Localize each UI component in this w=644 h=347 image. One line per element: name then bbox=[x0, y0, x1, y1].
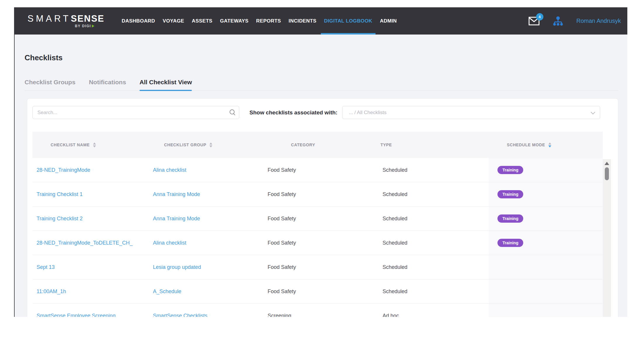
tab-label: Notifications bbox=[89, 79, 126, 85]
category-cell: Food Safety bbox=[261, 191, 362, 197]
checklist-name-link[interactable]: 28-NED_TrainingMode bbox=[37, 167, 90, 173]
logo-byline: BY DIGI bbox=[75, 24, 94, 28]
schedule-mode-cell: Training bbox=[489, 158, 603, 182]
checklist-group-link[interactable]: SmartSense Checklists bbox=[153, 313, 207, 317]
checklist-name-link[interactable]: Training Checklist 1 bbox=[37, 191, 82, 197]
checklist-group-link[interactable]: Lesia group updated bbox=[153, 264, 201, 270]
search-input[interactable] bbox=[32, 106, 239, 119]
associated-with-select[interactable]: ... / All Checklists bbox=[342, 106, 600, 119]
column-header-label: TYPE bbox=[380, 142, 392, 147]
logo-sense-text: SENSE bbox=[71, 13, 104, 24]
type-cell: Scheduled bbox=[362, 191, 489, 197]
nav-item[interactable]: GATEWAYS bbox=[216, 7, 252, 35]
sort-arrows-icon bbox=[209, 142, 212, 147]
nav-item[interactable]: VOYAGE bbox=[159, 7, 188, 35]
sort-arrows-icon bbox=[93, 142, 96, 147]
app-window: SMARTSENSE BY DIGI DASHBOARD VOYAGE bbox=[14, 7, 627, 317]
sort-asc-icon bbox=[93, 142, 96, 145]
smartsense-logo[interactable]: SMARTSENSE BY DIGI bbox=[27, 14, 104, 28]
schedule-mode-cell bbox=[489, 255, 603, 279]
type-cell: Scheduled bbox=[362, 288, 489, 295]
nav-item[interactable]: ASSETS bbox=[188, 7, 216, 35]
table-row: 28-NED_TrainingMode_ToDELETE_CH_ Alina c… bbox=[32, 231, 603, 255]
search-icon[interactable] bbox=[229, 109, 236, 116]
checklist-group-link[interactable]: Alina checklist bbox=[153, 167, 186, 173]
schedule-mode-badge: Training bbox=[497, 214, 523, 223]
user-menu[interactable]: Roman Andrusyk bbox=[576, 18, 621, 24]
checklist-group-link[interactable]: Anna Training Mode bbox=[153, 191, 200, 197]
notification-badge: 4 bbox=[536, 13, 543, 20]
tab[interactable]: All Checklist View bbox=[140, 79, 192, 90]
scroll-up-icon[interactable] bbox=[605, 162, 609, 165]
table-row: Training Checklist 1 Anna Training Mode … bbox=[32, 182, 603, 207]
page-body: Checklists Checklist Groups Notification… bbox=[15, 53, 627, 317]
nav-item-label: ASSETS bbox=[192, 18, 212, 24]
schedule-mode-badge: Training bbox=[497, 190, 523, 198]
column-header[interactable]: SCHEDULE MODE bbox=[489, 132, 603, 158]
nav-item-label: DIGITAL LOGBOOK bbox=[324, 18, 372, 24]
tab-bar: Checklist Groups Notifications All Check… bbox=[25, 79, 618, 91]
filter-row: Show checklists associated with: ... / A… bbox=[32, 106, 600, 119]
schedule-mode-badge: Training bbox=[497, 166, 523, 174]
checklist-name-link[interactable]: 28-NED_TrainingMode_ToDELETE_CH_ bbox=[37, 240, 132, 246]
screenshot-canvas: SMARTSENSE BY DIGI DASHBOARD VOYAGE bbox=[0, 0, 644, 347]
table-row: 28-NED_TrainingMode Alina checklist Food… bbox=[32, 158, 603, 182]
category-cell: Food Safety bbox=[261, 240, 362, 246]
tab-label: All Checklist View bbox=[140, 79, 192, 85]
logo-wordmark: SMARTSENSE bbox=[27, 14, 104, 24]
table-row: SmartSense Employee Screening SmartSense… bbox=[32, 304, 603, 317]
table-row: Training Checklist 2 Anna Training Mode … bbox=[32, 207, 603, 231]
tab[interactable]: Notifications bbox=[89, 79, 126, 90]
schedule-mode-cell bbox=[489, 304, 603, 317]
messages-button[interactable]: 4 bbox=[528, 17, 540, 25]
category-cell: Food Safety bbox=[261, 216, 362, 222]
logo-smart-text: SMART bbox=[27, 13, 71, 24]
sort-arrows-icon bbox=[548, 142, 551, 147]
nav-item[interactable]: REPORTS bbox=[252, 7, 285, 35]
table-header-row: CHECKLIST NAME CHECKLIST GROUP bbox=[32, 132, 603, 158]
nav-item[interactable]: DASHBOARD bbox=[118, 7, 159, 35]
tab[interactable]: Checklist Groups bbox=[25, 79, 75, 90]
column-header[interactable]: CHECKLIST GROUP bbox=[146, 132, 261, 158]
column-header-label: CHECKLIST NAME bbox=[51, 142, 90, 147]
org-structure-icon[interactable] bbox=[552, 16, 564, 26]
checklist-group-link[interactable]: Anna Training Mode bbox=[153, 216, 200, 221]
nav-item[interactable]: INCIDENTS bbox=[285, 7, 320, 35]
category-cell: Food Safety bbox=[261, 167, 362, 173]
schedule-mode-cell: Training bbox=[489, 182, 603, 206]
sort-asc-icon bbox=[209, 142, 212, 145]
nav-item[interactable]: DIGITAL LOGBOOK bbox=[320, 7, 376, 35]
nav-item-label: DASHBOARD bbox=[122, 18, 155, 24]
sort-desc-icon bbox=[209, 145, 212, 147]
main-nav: DASHBOARD VOYAGE ASSETS GATEWAYS bbox=[118, 7, 401, 35]
column-header-label: CATEGORY bbox=[291, 142, 315, 147]
checklist-name-link[interactable]: SmartSense Employee Screening bbox=[37, 313, 116, 317]
nav-item[interactable]: ADMIN bbox=[376, 7, 401, 35]
page-title: Checklists bbox=[25, 53, 627, 62]
column-header-label: SCHEDULE MODE bbox=[507, 142, 545, 147]
logo-byline-text: BY DIGI bbox=[75, 24, 91, 28]
column-header[interactable]: TYPE bbox=[362, 132, 489, 158]
type-cell: Scheduled bbox=[362, 264, 489, 270]
schedule-mode-cell: Training bbox=[489, 231, 603, 255]
sort-asc-icon bbox=[548, 142, 551, 145]
sort-desc-icon bbox=[548, 145, 551, 147]
associated-with-value: ... / All Checklists bbox=[349, 110, 386, 116]
scrollbar-thumb[interactable] bbox=[605, 167, 609, 180]
category-cell: Food Safety bbox=[261, 288, 362, 295]
checklist-name-link[interactable]: Sept 13 bbox=[37, 264, 55, 270]
checklist-name-link[interactable]: Training Checklist 2 bbox=[37, 216, 82, 221]
checklist-name-link[interactable]: 11:00AM_1h bbox=[37, 288, 66, 294]
table-row: Sept 13 Lesia group updated Food Safety … bbox=[32, 255, 603, 279]
column-header[interactable]: CATEGORY bbox=[261, 132, 362, 158]
checklists-table: CHECKLIST NAME CHECKLIST GROUP bbox=[32, 132, 603, 317]
checklist-group-link[interactable]: A_Schedule bbox=[153, 288, 181, 294]
digi-green-mark-icon bbox=[92, 25, 94, 28]
schedule-mode-cell bbox=[489, 279, 603, 303]
checklist-group-link[interactable]: Alina checklist bbox=[153, 240, 186, 246]
column-header-label: CHECKLIST GROUP bbox=[164, 142, 206, 147]
tab-label: Checklist Groups bbox=[25, 79, 75, 85]
column-header[interactable]: CHECKLIST NAME bbox=[32, 132, 146, 158]
checklists-panel: Show checklists associated with: ... / A… bbox=[27, 98, 618, 317]
table-scrollbar[interactable] bbox=[603, 159, 611, 317]
